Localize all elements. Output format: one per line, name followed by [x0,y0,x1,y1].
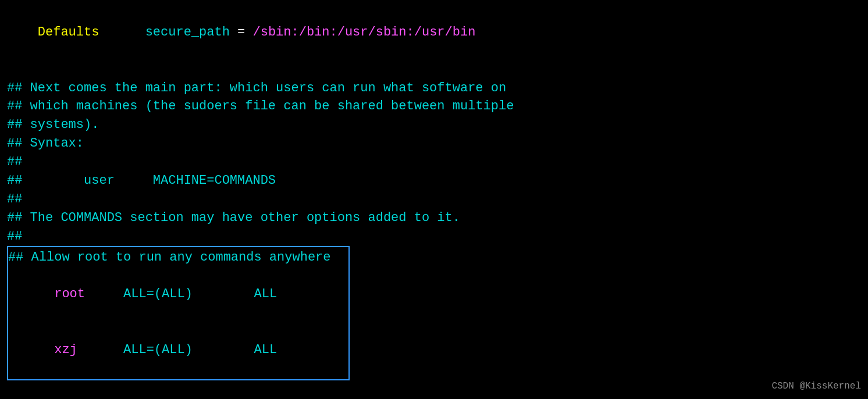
xzj-user: xzj [54,343,77,357]
keyword-defaults: Defaults [38,25,99,40]
comment-line-7: ## [7,190,861,209]
highlighted-block: ## Allow root to run any commands anywhe… [7,246,350,380]
line-defaults: Defaults secure_path = /sbin:/bin:/usr/s… [7,5,861,60]
comment-line-4: ## Syntax: [7,134,861,153]
blank-line-2 [7,383,861,399]
comment-line-8: ## The COMMANDS section may have other o… [7,209,861,227]
comment-line-6: ## user MACHINE=COMMANDS [7,172,861,190]
comment-line-3: ## systems). [7,116,861,134]
comment-line-9: ## [7,227,861,246]
xzj-rule-rest: ALL=(ALL) ALL [77,343,277,357]
code-editor: Defaults secure_path = /sbin:/bin:/usr/s… [7,5,861,399]
comment-line-1: ## Next comes the main part: which users… [7,79,861,98]
comment-line-2: ## which machines (the sudoers file can … [7,97,861,116]
root-user: root [54,287,85,301]
blank-line-1 [7,60,861,79]
xzj-rule: xzj ALL=(ALL) ALL [8,322,331,378]
comment-line-5: ## [7,153,861,172]
root-rule: root ALL=(ALL) ALL [8,266,331,322]
watermark: CSDN @KissKernel [771,380,861,393]
allow-root-comment: ## Allow root to run any commands anywhe… [8,248,331,267]
root-rule-rest: ALL=(ALL) ALL [85,287,277,301]
